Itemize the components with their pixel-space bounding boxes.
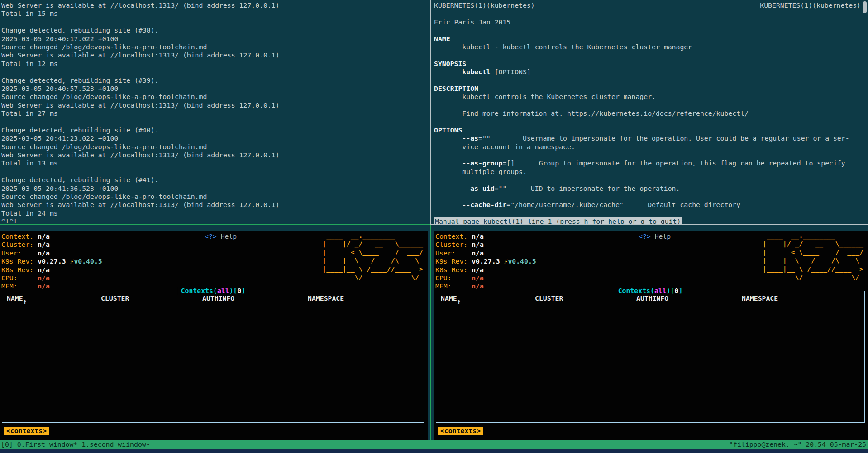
log-line bbox=[1, 118, 429, 126]
k9s-info-value: n/a bbox=[38, 282, 50, 290]
sort-arrow-icon: ↑ bbox=[23, 297, 27, 306]
k9s-info-value: n/a bbox=[472, 274, 484, 282]
k9s-info-value: n/a bbox=[38, 266, 50, 274]
k9s-info-value: n/a bbox=[472, 266, 484, 274]
k9s-info-row: K8s Rev: n/a bbox=[435, 266, 536, 274]
k9s-info-label: K9s Rev: bbox=[435, 257, 472, 265]
man-line: kubectl - kubectl controls the Kubernete… bbox=[434, 43, 868, 51]
k9s-upgrade-version: v0.40.5 bbox=[74, 257, 102, 265]
k9s-cluster-info: Context: n/aCluster: n/aUser: n/aK9s Rev… bbox=[435, 232, 536, 291]
log-line: Source changed /blog/devops-like-a-pro-t… bbox=[1, 143, 429, 151]
man-page-pane[interactable]: KUBERNETES(1)(kubernetes)KUBERNETES(1)(k… bbox=[434, 0, 868, 224]
sort-arrow-icon: ↑ bbox=[457, 297, 461, 306]
title-count: 0 bbox=[237, 287, 241, 294]
man-text: [OPTIONS] bbox=[491, 68, 531, 76]
k9s-info-label: CPU: bbox=[1, 274, 38, 282]
log-line: 2025-03-05 20:40:17.022 +0100 bbox=[1, 35, 429, 43]
column-header-namespace[interactable]: NAMESPACE bbox=[742, 294, 778, 302]
man-text: kubectl - kubectl controls the Kubernete… bbox=[434, 43, 692, 51]
man-line bbox=[434, 26, 868, 34]
help-key: <?> bbox=[205, 232, 217, 240]
title-bracket: )[ bbox=[667, 287, 675, 294]
column-header-cluster[interactable]: CLUSTER bbox=[535, 294, 563, 302]
log-line: Source changed /blog/devops-like-a-pro-t… bbox=[1, 93, 429, 101]
pane-divider-horizontal[interactable] bbox=[430, 224, 868, 225]
column-header-authinfo[interactable]: AUTHINFO bbox=[636, 294, 668, 302]
pane-divider-horizontal-active[interactable] bbox=[0, 224, 430, 225]
k9s-info-value: v0.27.3 bbox=[38, 257, 66, 265]
man-text: vice account in a namespace. bbox=[434, 143, 575, 151]
log-line: Web Server is available at //localhost:1… bbox=[1, 101, 429, 109]
k9s-pane-right[interactable]: Context: n/aCluster: n/aUser: n/aK9s Rev… bbox=[434, 231, 868, 440]
k9s-help-hint[interactable]: <?> Help bbox=[639, 232, 671, 241]
help-key: <?> bbox=[639, 232, 651, 240]
k9s-info-row: K9s Rev: v0.27.3 ⚡v0.40.5 bbox=[1, 257, 102, 265]
man-line: --as-group=[] Group to impersonate for t… bbox=[434, 159, 868, 167]
man-text: Find more information at: https://kubern… bbox=[434, 109, 749, 117]
log-line: 2025-03-05 20:41:23.022 +0100 bbox=[1, 134, 429, 142]
man-text: multiple groups. bbox=[434, 168, 527, 175]
man-bold-text: --as-group bbox=[462, 159, 502, 167]
man-line: kubectl [OPTIONS] bbox=[434, 68, 868, 76]
log-line bbox=[1, 68, 429, 76]
man-line bbox=[434, 76, 868, 85]
contexts-table: Contexts(all)[0]NAME↑CLUSTERAUTHINFONAME… bbox=[436, 291, 865, 423]
upgrade-bolt-icon: ⚡ bbox=[500, 257, 508, 265]
k9s-info-label: K8s Rev: bbox=[1, 266, 38, 274]
man-text: ="" Username to impersonate for the oper… bbox=[478, 134, 849, 142]
k9s-info-row: Context: n/a bbox=[1, 232, 102, 241]
contexts-crumb: <contexts> bbox=[438, 427, 483, 435]
k9s-info-value: v0.27.3 bbox=[472, 257, 500, 265]
man-line: Find more information at: https://kubern… bbox=[434, 109, 868, 118]
man-text bbox=[434, 184, 462, 192]
log-line bbox=[1, 168, 429, 176]
title-filter: all bbox=[217, 287, 229, 294]
log-line: 2025-03-05 20:40:57.523 +0100 bbox=[1, 85, 429, 93]
man-text: ="/home/username/.kube/cache" Default ca… bbox=[506, 201, 740, 208]
k9s-info-row: Cluster: n/a bbox=[435, 241, 536, 249]
log-line: Source changed /blog/devops-like-a-pro-t… bbox=[1, 193, 429, 201]
title-resource: Contexts( bbox=[181, 287, 217, 294]
k9s-help-hint[interactable]: <?> Help bbox=[205, 232, 237, 241]
k9s-info-value: n/a bbox=[472, 241, 484, 248]
k9s-pane-left[interactable]: Context: n/aCluster: n/aUser: n/aK9s Rev… bbox=[0, 231, 428, 440]
contexts-table: Contexts(all)[0]NAME↑CLUSTERAUTHINFONAME… bbox=[2, 291, 424, 423]
k9s-info-row: MEM: n/a bbox=[1, 282, 102, 290]
k9s-info-row: CPU: n/a bbox=[435, 274, 536, 282]
column-header-cluster[interactable]: CLUSTER bbox=[101, 294, 129, 302]
scrollbar-thumb[interactable] bbox=[863, 1, 867, 13]
man-text bbox=[434, 68, 462, 76]
man-line bbox=[434, 193, 868, 201]
k9s-ascii-logo: ____ __.________ | |/ _/ __ \______ | < … bbox=[322, 231, 423, 281]
man-bold-text: NAME bbox=[434, 35, 450, 42]
column-header-name[interactable]: NAME↑ bbox=[441, 294, 457, 302]
hugo-log-pane[interactable]: Web Server is available at //localhost:1… bbox=[0, 0, 429, 223]
man-line: --cache-dir="/home/username/.kube/cache"… bbox=[434, 201, 868, 209]
k9s-cluster-info: Context: n/aCluster: n/aUser: n/aK9s Rev… bbox=[1, 232, 102, 291]
man-text: kubectl controls the Kubernetes cluster … bbox=[434, 93, 656, 100]
k9s-info-row: Cluster: n/a bbox=[1, 241, 102, 249]
title-bracket: ] bbox=[241, 287, 245, 294]
column-header-name[interactable]: NAME↑ bbox=[7, 294, 23, 302]
tmux-window-list[interactable]: [0] 0:First window* 1:second wiindow- bbox=[1, 440, 150, 448]
man-bold-text: SYNOPSIS bbox=[434, 60, 466, 67]
log-line: Source changed /blog/devops-like-a-pro-t… bbox=[1, 43, 429, 51]
column-header-authinfo[interactable]: AUTHINFO bbox=[202, 294, 234, 302]
man-line: multiple groups. bbox=[434, 168, 868, 176]
column-header-namespace[interactable]: NAMESPACE bbox=[308, 294, 344, 302]
pane-divider-vertical-top[interactable] bbox=[430, 0, 431, 224]
contexts-crumb: <contexts> bbox=[4, 427, 49, 435]
contexts-table-title: Contexts(all)[0] bbox=[178, 287, 249, 295]
pane-divider-vertical-bottom-active[interactable] bbox=[430, 225, 431, 440]
k9s-info-label: User: bbox=[1, 249, 38, 257]
man-text: =[] Group to impersonate for the operati… bbox=[502, 159, 845, 167]
man-bold-text: OPTIONS bbox=[434, 126, 462, 134]
man-line: kubectl controls the Kubernetes cluster … bbox=[434, 93, 868, 101]
log-line: Total in 15 ms bbox=[1, 9, 429, 18]
man-line: --as="" Username to impersonate for the … bbox=[434, 134, 868, 142]
k9s-info-label: K8s Rev: bbox=[435, 266, 472, 274]
k9s-info-label: Cluster: bbox=[1, 241, 38, 248]
log-line: Change detected, rebuilding site (#40). bbox=[1, 126, 429, 134]
man-line bbox=[434, 118, 868, 126]
k9s-info-value: n/a bbox=[38, 274, 50, 282]
